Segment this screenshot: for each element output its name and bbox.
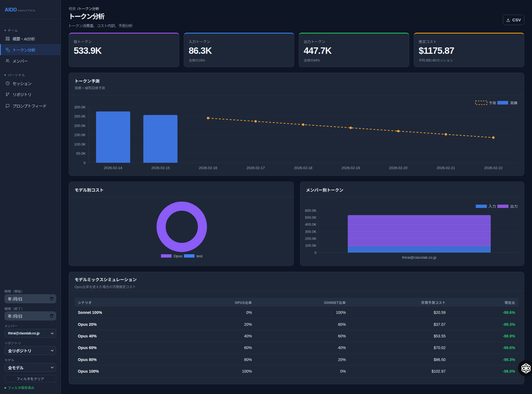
svg-text:2026-02-18: 2026-02-18: [294, 166, 313, 170]
svg-text:実績: 実績: [510, 101, 517, 105]
svg-text:2026-02-22: 2026-02-22: [484, 166, 503, 170]
svg-text:200.0K: 200.0K: [305, 237, 317, 241]
svg-text:2026-02-19: 2026-02-19: [341, 166, 360, 170]
svg-text:予測: 予測: [489, 101, 496, 105]
svg-text:600.0K: 600.0K: [305, 209, 317, 213]
svg-text:2026-02-14: 2026-02-14: [104, 166, 122, 170]
svg-text:0: 0: [84, 161, 86, 165]
svg-text:2026-02-16: 2026-02-16: [199, 166, 218, 170]
svg-text:100.0K: 100.0K: [74, 142, 86, 146]
svg-text:2026-02-17: 2026-02-17: [246, 166, 265, 170]
svg-text:100.0K: 100.0K: [305, 243, 317, 248]
svg-text:Opus: Opus: [173, 254, 183, 258]
svg-text:150.0K: 150.0K: [74, 133, 86, 137]
svg-text:250.0K: 250.0K: [74, 114, 86, 118]
svg-text:2026-02-20: 2026-02-20: [389, 166, 408, 170]
svg-text:出力: 出力: [510, 204, 518, 209]
svg-text:50.0K: 50.0K: [76, 151, 86, 156]
svg-text:300.0K: 300.0K: [74, 105, 86, 109]
svg-text:2026-02-15: 2026-02-15: [151, 166, 170, 170]
svg-text:500.0K: 500.0K: [305, 215, 317, 220]
svg-text:300.0K: 300.0K: [305, 230, 317, 234]
svg-text:400.0K: 400.0K: [305, 222, 317, 227]
svg-text:2026-02-21: 2026-02-21: [437, 166, 455, 170]
svg-text:入力: 入力: [488, 204, 496, 209]
svg-text:0: 0: [314, 251, 316, 255]
svg-text:test: test: [196, 254, 203, 258]
svg-text:thirai@classlab.co.jp: thirai@classlab.co.jp: [402, 255, 436, 260]
svg-text:200.0K: 200.0K: [74, 124, 86, 128]
